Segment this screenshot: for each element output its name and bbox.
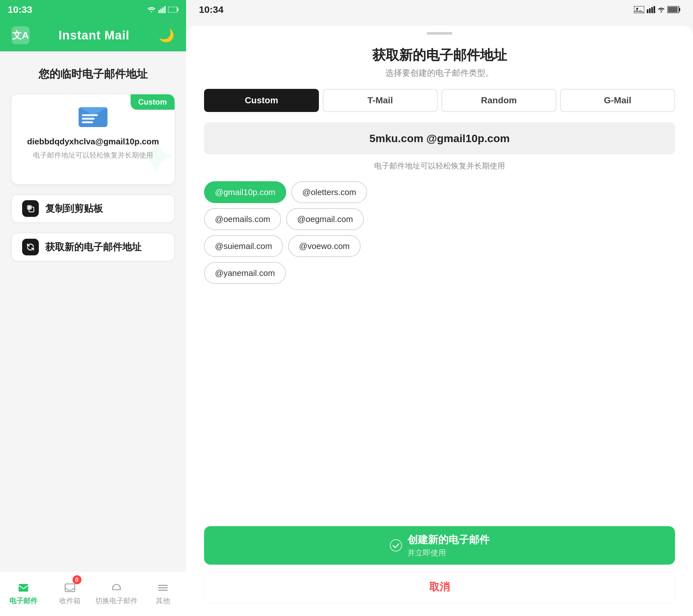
svg-rect-3	[164, 6, 165, 13]
status-icons-left	[147, 6, 178, 13]
domain-row-4: @yanemail.com	[204, 262, 675, 284]
svg-rect-23	[668, 7, 678, 13]
modal-title: 获取新的电子邮件地址	[204, 46, 675, 64]
nav-item-switch[interactable]: 切换电子邮件	[93, 571, 140, 616]
nav-label-more: 其他	[156, 596, 170, 606]
envelope-icon	[79, 107, 107, 130]
svg-rect-5	[177, 8, 178, 11]
svg-rect-8	[27, 205, 32, 210]
nav-item-more[interactable]: 其他	[140, 571, 186, 616]
modal-handle	[427, 32, 452, 35]
main-content-left: 您的临时电子邮件地址 Custom diebbdqdyxhclva@gmail1…	[0, 51, 186, 319]
new-email-button[interactable]: 获取新的电子邮件地址	[12, 233, 175, 261]
time-left: 10:33	[8, 4, 33, 15]
status-icons-right	[634, 6, 680, 13]
email-subtitle-left: 电子邮件地址可以轻松恢复并长期使用	[33, 151, 153, 160]
moon-icon[interactable]: 🌙	[158, 28, 175, 43]
bottom-nav: 电子邮件 0 收件箱 切换电子邮件 其他	[0, 571, 186, 616]
svg-point-20	[660, 11, 662, 13]
translate-icon[interactable]: 文A	[12, 26, 29, 44]
svg-rect-1	[160, 9, 162, 13]
inbox-badge: 0	[73, 575, 81, 584]
domain-chip-oemails[interactable]: @oemails.com	[204, 208, 281, 230]
copy-label: 复制到剪贴板	[45, 202, 103, 215]
new-email-label: 获取新的电子邮件地址	[45, 241, 141, 254]
copy-icon	[22, 200, 39, 217]
create-label: 创建新的电子邮件	[408, 533, 490, 547]
tab-tmail[interactable]: T-Mail	[323, 89, 438, 112]
svg-rect-0	[158, 10, 160, 13]
domain-chip-yanemail[interactable]: @yanemail.com	[204, 262, 286, 284]
signal-icon	[158, 6, 165, 13]
email-address: diebbdqdyxhclva@gmail10p.com	[27, 137, 159, 146]
battery-icon	[168, 7, 178, 13]
more-nav-icon	[157, 582, 169, 594]
svg-rect-18	[651, 7, 653, 13]
page-title-left: 您的临时电子邮件地址	[12, 67, 175, 81]
custom-badge: Custom	[131, 94, 175, 110]
header-left: 文A Instant Mail 🌙	[0, 19, 186, 51]
copy-button[interactable]: 复制到剪贴板	[12, 194, 175, 223]
email-card: Custom diebbdqdyxhclva@gmail10p.com 电子邮件…	[12, 94, 175, 184]
svg-point-15	[636, 8, 638, 9]
left-phone: 10:33 文A Instant Mail 🌙 您的临时电子邮件地址 Custo…	[0, 0, 186, 616]
nav-label-switch: 切换电子邮件	[95, 596, 138, 606]
tab-group: Custom T-Mail Random G-Mail	[204, 89, 675, 112]
svg-rect-6	[169, 7, 176, 12]
tab-custom[interactable]: Custom	[204, 89, 319, 112]
inbox-nav-icon	[64, 582, 76, 594]
svg-rect-22	[679, 8, 680, 11]
email-nav-icon	[18, 582, 29, 594]
right-phone: 10:34 获取新的电子邮件地址 选择要创建的电子邮件类型。 Custom T-…	[186, 0, 693, 616]
domain-chip-suiemail[interactable]: @suiemail.com	[204, 235, 283, 257]
svg-rect-2	[162, 7, 164, 13]
svg-rect-17	[649, 8, 651, 13]
create-sub: 并立即使用	[408, 548, 490, 558]
time-right: 10:34	[199, 4, 224, 15]
nav-item-inbox[interactable]: 0 收件箱	[46, 571, 93, 616]
domain-row-2: @oemails.com @oegmail.com	[204, 208, 675, 230]
signal-icon-right	[647, 6, 655, 13]
domain-chip-oletters[interactable]: @oletters.com	[291, 181, 367, 203]
tab-random[interactable]: Random	[441, 89, 556, 112]
nav-label-inbox: 收件箱	[59, 596, 81, 606]
refresh-icon	[22, 239, 39, 255]
svg-rect-16	[647, 9, 648, 13]
app-title: Instant Mail	[58, 28, 129, 42]
svg-point-24	[390, 540, 402, 551]
modal-sheet: 获取新的电子邮件地址 选择要创建的电子邮件类型。 Custom T-Mail R…	[186, 26, 693, 616]
domain-chip-voewo[interactable]: @voewo.com	[288, 235, 361, 257]
nav-label-email: 电子邮件	[9, 596, 38, 606]
wifi-icon	[147, 6, 156, 13]
domain-grid: @gmail10p.com @oletters.com @oemails.com…	[204, 181, 675, 284]
wifi-icon-right	[658, 6, 665, 13]
status-bar-left: 10:33	[0, 0, 186, 19]
create-button[interactable]: 创建新的电子邮件 并立即使用	[204, 526, 675, 565]
cancel-button[interactable]: 取消	[204, 571, 675, 603]
domain-row-3: @suiemail.com @voewo.com	[204, 235, 675, 257]
image-icon	[634, 6, 644, 13]
domain-preview-text: 5mku.com @gmail10p.com	[369, 132, 510, 145]
domain-chip-oegmail[interactable]: @oegmail.com	[286, 208, 364, 230]
domain-row-1: @gmail10p.com @oletters.com	[204, 181, 675, 203]
cancel-label: 取消	[429, 580, 450, 594]
nav-item-email[interactable]: 电子邮件	[0, 571, 46, 616]
status-bar-right: 10:34	[186, 0, 693, 19]
svg-rect-9	[19, 584, 28, 592]
svg-rect-19	[654, 6, 655, 13]
create-check-icon	[390, 539, 402, 552]
domain-preview: 5mku.com @gmail10p.com	[204, 122, 675, 154]
domain-hint: 电子邮件地址可以轻松恢复并长期使用	[204, 161, 675, 171]
switch-nav-icon	[111, 582, 122, 594]
domain-chip-gmail10p[interactable]: @gmail10p.com	[204, 181, 286, 203]
modal-subtitle: 选择要创建的电子邮件类型。	[204, 67, 675, 79]
battery-icon-right	[667, 6, 680, 13]
tab-gmail[interactable]: G-Mail	[560, 89, 675, 112]
